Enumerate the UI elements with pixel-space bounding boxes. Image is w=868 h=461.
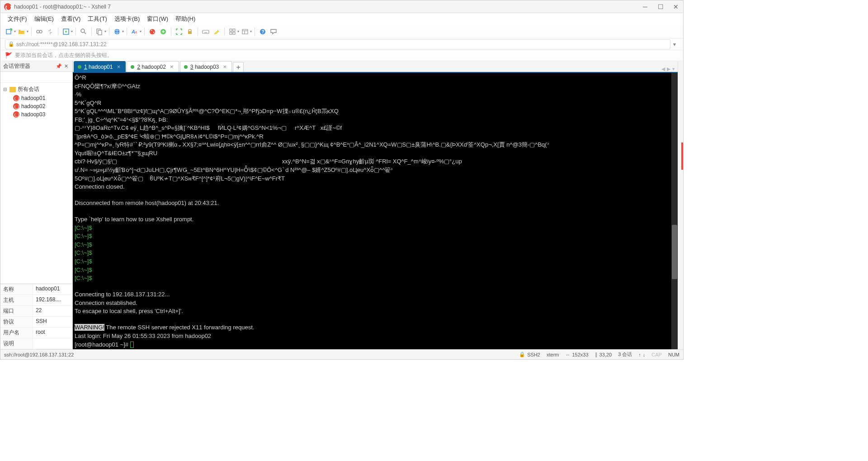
tabbar: 1 hadoop01 × 2 hadoop02 × 3 hadoop03 × +… (73, 61, 678, 73)
prop-row-user: 用户名root (0, 328, 72, 338)
window-title: hadoop01 - root@hadoop01:~ - Xshell 7 (14, 4, 642, 10)
menu-tools[interactable]: 工具(T) (85, 14, 110, 24)
tab-hadoop02[interactable]: 2 hadoop02 × (127, 61, 179, 72)
search-button[interactable] (79, 27, 89, 37)
tree-root[interactable]: ⊟ 所有会话 (0, 85, 72, 94)
terminal[interactable]: Ô^R cFNQÔ欒¶?x/摩©^^GAtz ·% 5^K´gQ^R 5^K´g… (73, 73, 678, 349)
separator (171, 28, 171, 36)
titlebar: hadoop01 - root@hadoop01:~ - Xshell 7 ─ … (0, 0, 683, 13)
window-controls: ─ ☐ ✕ (642, 3, 679, 10)
svg-rect-16 (203, 30, 209, 33)
xftp-button[interactable] (158, 27, 168, 37)
tree-session-hadoop03[interactable]: hadoop03 (0, 110, 72, 119)
warning-label: WARNING! (75, 324, 104, 331)
dropdown-icon[interactable]: ▾ (140, 29, 142, 33)
menu-edit[interactable]: 编辑(E) (32, 14, 57, 24)
tree-session-hadoop02[interactable]: hadoop02 (0, 102, 72, 110)
terminal-scrollbar[interactable] (671, 73, 678, 349)
fullscreen-button[interactable] (174, 27, 184, 37)
pin-button[interactable]: 📌 (55, 63, 62, 70)
tab-add-button[interactable]: + (233, 62, 244, 72)
highlighter-button[interactable] (212, 27, 222, 37)
separator (91, 28, 92, 36)
tab-list-button[interactable]: ▾ (672, 66, 675, 72)
prop-label: 用户名 (0, 328, 33, 338)
menu-view[interactable]: 查看(V) (58, 14, 83, 24)
menu-file[interactable]: 文件(F) (5, 14, 30, 24)
terminal-prompt: [C:\~]$ (75, 266, 92, 273)
session-icon (13, 95, 19, 101)
address-text: ssh://root:******@192.168.137.131:22 (16, 41, 107, 48)
terminal-prompt: [C:\~]$ (75, 258, 92, 265)
help-button[interactable]: ? (258, 27, 268, 37)
open-session-button[interactable] (17, 27, 27, 37)
up-icon[interactable]: ↑ (638, 352, 641, 357)
menu-help[interactable]: 帮助(H) (173, 14, 198, 24)
address-input[interactable]: 🔒 ssh://root:******@192.168.137.131:22 (5, 39, 670, 49)
dropdown-icon[interactable]: ▾ (250, 29, 252, 33)
terminal-line: Type `help' to learn how to use Xshell p… (75, 216, 193, 223)
address-dropdown[interactable]: ▾ (670, 41, 679, 48)
svg-rect-7 (98, 30, 102, 35)
font-button[interactable]: AA (130, 27, 140, 37)
svg-text:A: A (134, 30, 137, 34)
dropdown-icon[interactable]: ▾ (27, 29, 28, 33)
xshell-icon-button[interactable] (147, 27, 157, 37)
tab-hadoop01[interactable]: 1 hadoop01 × (74, 61, 126, 72)
prop-label: 名称 (0, 284, 33, 295)
scrollbar-thumb[interactable] (672, 225, 677, 279)
tab-close-button[interactable]: × (222, 64, 228, 70)
properties-button[interactable] (61, 27, 71, 37)
tab-close-button[interactable]: × (169, 64, 175, 70)
disconnect-button[interactable] (34, 27, 44, 37)
prop-label: 协议 (0, 317, 33, 327)
prop-row-port: 端口22 (0, 306, 72, 317)
dropdown-icon[interactable]: ▾ (14, 29, 16, 33)
svg-point-4 (65, 31, 67, 33)
tab-close-button[interactable]: × (115, 64, 122, 70)
svg-rect-20 (233, 32, 235, 34)
tree-session-hadoop01[interactable]: hadoop01 (0, 94, 72, 102)
dropdown-icon[interactable]: ▾ (122, 29, 124, 33)
maximize-button[interactable]: ☐ (657, 3, 664, 10)
separator (198, 28, 198, 36)
session-icon (13, 111, 19, 118)
svg-rect-21 (242, 29, 248, 34)
session-tree: ⊟ 所有会话 hadoop01 hadoop02 hadoop03 (0, 83, 72, 284)
expander-icon[interactable]: ⊟ (2, 87, 8, 92)
panel-search: 🔍 (0, 72, 72, 83)
prop-row-host: 主机192.168.... (0, 295, 72, 306)
tab-hadoop03[interactable]: 3 hadoop03 × (180, 61, 232, 72)
globe-button[interactable] (112, 27, 122, 37)
dropdown-icon[interactable]: ▾ (237, 29, 239, 33)
terminal-garbage: Ô^R cFNQÔ欒¶?x/摩©^^GAtz ·% 5^K´gQ^R 5^K´g… (75, 74, 549, 182)
lock-button[interactable] (185, 27, 195, 37)
panel-close-button[interactable]: ✕ (62, 63, 70, 70)
minimize-button[interactable]: ─ (642, 3, 649, 10)
tab-next-button[interactable]: ▶ (667, 66, 670, 72)
down-icon[interactable]: ↓ (643, 352, 646, 357)
menu-window[interactable]: 窗口(W) (144, 14, 171, 24)
new-session-button[interactable] (4, 27, 14, 37)
separator (224, 28, 225, 36)
close-button[interactable]: ✕ (672, 3, 679, 10)
dropdown-icon[interactable]: ▾ (104, 29, 106, 33)
chat-button[interactable] (269, 27, 278, 37)
tab-prev-button[interactable]: ◀ (661, 66, 665, 72)
status-dot-icon (78, 65, 81, 69)
prop-value: root (33, 328, 72, 338)
reconnect-button[interactable] (45, 27, 55, 37)
panel-header: 会话管理器 📌 ✕ (0, 61, 72, 72)
warning-text: The remote SSH server rejected X11 forwa… (104, 324, 254, 331)
search-input[interactable] (2, 73, 74, 81)
copy-button[interactable] (94, 27, 104, 37)
layout-button[interactable] (240, 27, 250, 37)
menu-tabs[interactable]: 选项卡(B) (112, 14, 142, 24)
tile-button[interactable] (227, 27, 237, 37)
svg-rect-15 (188, 31, 192, 34)
toolbar: ▾ ▾ ▾ ▾ ▾ AA▾ ▾ ▾ ? (0, 25, 683, 38)
tipbar: 🚩 要添加当前会话，点击左侧的箭头按钮。 (0, 50, 683, 61)
keyboard-button[interactable] (201, 27, 211, 37)
tip-text: 要添加当前会话，点击左侧的箭头按钮。 (15, 52, 113, 59)
dropdown-icon[interactable]: ▾ (71, 29, 73, 33)
